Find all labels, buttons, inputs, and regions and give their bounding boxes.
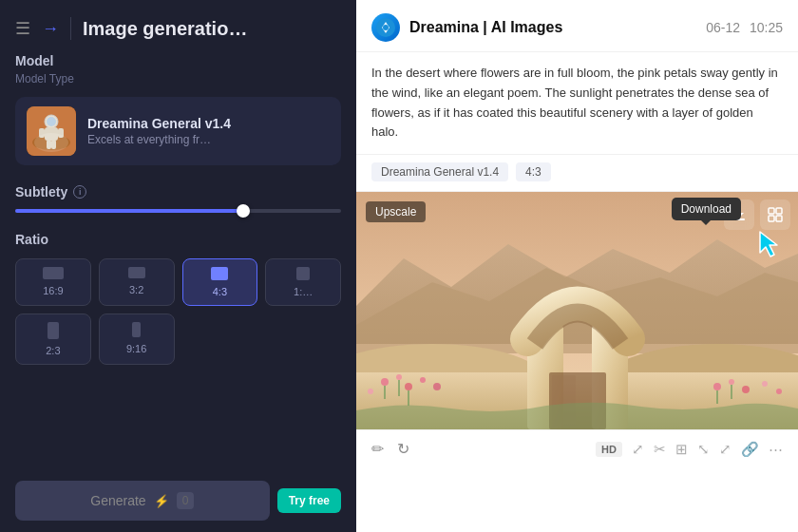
- generate-button[interactable]: Generate ⚡ 0: [15, 481, 270, 521]
- header-time: 10:25: [750, 20, 783, 35]
- image-actions-top: [724, 200, 790, 230]
- ratio-btn-2-3[interactable]: 2:3: [15, 314, 91, 365]
- svg-rect-36: [769, 208, 774, 214]
- image-container: Upscale Download: [356, 192, 798, 429]
- menu-icon[interactable]: ☰: [15, 18, 30, 39]
- svg-point-10: [383, 25, 389, 30]
- dreamina-logo: [376, 18, 395, 37]
- header-divider: [70, 17, 71, 40]
- scissors-icon[interactable]: ✂: [654, 441, 666, 458]
- upscale-button[interactable]: Upscale: [366, 201, 426, 222]
- upscale-icon[interactable]: ⤢: [632, 441, 644, 458]
- app-name: Dreamina | AI Images: [409, 19, 562, 36]
- ratio-text-916: 9:16: [126, 343, 146, 354]
- model-desc: Excels at everything fr…: [87, 133, 330, 146]
- generated-image: Upscale Download: [356, 192, 798, 429]
- panel-title: Image generatio…: [83, 18, 247, 40]
- ratio-btn-3-2[interactable]: 3:2: [99, 258, 175, 306]
- ratio-text-32: 3:2: [129, 284, 143, 295]
- expand-icon: [768, 207, 783, 222]
- expand-button[interactable]: [760, 200, 790, 230]
- subtlety-slider[interactable]: [15, 209, 341, 213]
- model-thumbnail-art: [27, 106, 76, 156]
- meta-tag-model: Dreamina General v1.4: [371, 162, 508, 181]
- download-button[interactable]: [724, 200, 754, 230]
- arrow-icon: →: [42, 19, 59, 39]
- svg-rect-39: [776, 216, 782, 221]
- link-icon[interactable]: 🔗: [741, 441, 759, 458]
- ratio-icon-32: [128, 267, 145, 278]
- svg-rect-5: [39, 128, 45, 138]
- ratio-section: Ratio 16:9 3:2 4:3 1:…: [15, 232, 341, 365]
- ratio-btn-1-1[interactable]: 1:…: [265, 258, 341, 306]
- meta-tags: Dreamina General v1.4 4:3: [356, 155, 798, 192]
- ratio-text-43: 4:3: [213, 286, 227, 297]
- svg-point-3: [47, 117, 56, 126]
- svg-point-21: [405, 383, 412, 390]
- svg-point-27: [742, 386, 750, 393]
- svg-point-26: [729, 379, 734, 385]
- description-text: In the desert where flowers are in full …: [371, 64, 783, 142]
- svg-rect-4: [45, 127, 58, 141]
- ratio-text-169: 16:9: [43, 285, 63, 296]
- model-section-label: Model: [15, 53, 341, 68]
- more-icon[interactable]: ⋯: [769, 441, 783, 458]
- panel-header: ☰ → Image generatio…: [0, 0, 356, 53]
- svg-rect-6: [58, 128, 64, 138]
- left-panel: ☰ → Image generatio… Model Model Type: [0, 0, 356, 532]
- header-date: 06-12: [706, 20, 740, 35]
- ratio-icon-11: [296, 267, 310, 280]
- svg-point-25: [713, 383, 721, 390]
- try-free-badge[interactable]: Try free: [277, 488, 341, 513]
- svg-point-29: [776, 389, 782, 394]
- svg-rect-8: [51, 140, 56, 149]
- svg-point-28: [762, 381, 768, 387]
- toolbar-left: ✏ ↻: [371, 440, 409, 458]
- bottom-toolbar: ✏ ↻ HD ⤢ ✂ ⊞ ⤡ ⤢ 🔗 ⋯: [356, 429, 798, 467]
- subtlety-section: Subtlety i: [15, 184, 341, 213]
- copy-icon[interactable]: ⊞: [675, 441, 688, 458]
- subtlety-header: Subtlety i: [15, 184, 341, 200]
- edit-icon[interactable]: ✏: [371, 440, 384, 458]
- svg-point-24: [433, 383, 441, 390]
- model-thumbnail: [27, 106, 76, 156]
- slider-thumb: [237, 204, 250, 218]
- svg-point-19: [381, 378, 389, 386]
- meta-tag-ratio: 4:3: [516, 162, 551, 181]
- model-name: Dreamina General v1.4: [87, 116, 330, 131]
- svg-point-1: [32, 135, 70, 150]
- panel-content: Model Model Type Dream: [0, 53, 356, 365]
- description-area: In the desert where flowers are in full …: [356, 52, 798, 155]
- ratio-btn-9-16[interactable]: 9:16: [99, 314, 175, 365]
- ratio-label: Ratio: [15, 232, 341, 247]
- ratio-text-11: 1:…: [294, 286, 313, 297]
- subtlety-label: Subtlety: [15, 184, 67, 200]
- ratio-icon-169: [43, 267, 64, 279]
- model-card[interactable]: Dreamina General v1.4 Excels at everythi…: [15, 97, 341, 165]
- svg-rect-37: [776, 208, 782, 214]
- ratio-icon-23: [48, 322, 59, 339]
- generate-bar: Generate ⚡ 0 Try free: [15, 481, 341, 521]
- subtlety-info-icon[interactable]: i: [73, 185, 86, 199]
- ratio-btn-16-9[interactable]: 16:9: [15, 258, 91, 306]
- variations-icon[interactable]: ⤢: [719, 441, 732, 458]
- ratio-icon-916: [132, 322, 141, 337]
- download-icon: [732, 207, 747, 222]
- ratio-text-23: 2:3: [46, 345, 60, 356]
- app-icon: [371, 13, 400, 42]
- model-info: Dreamina General v1.4 Excels at everythi…: [87, 116, 330, 146]
- right-panel: Dreamina | AI Images 06-12 10:25 In the …: [356, 0, 798, 532]
- ratio-btn-4-3[interactable]: 4:3: [182, 258, 258, 306]
- svg-rect-38: [769, 216, 774, 221]
- svg-point-20: [396, 374, 402, 380]
- svg-point-22: [368, 389, 373, 394]
- slider-fill: [15, 209, 243, 213]
- svg-rect-7: [47, 140, 51, 149]
- refresh-icon[interactable]: ↻: [397, 440, 409, 458]
- svg-point-23: [420, 377, 426, 383]
- resize-icon[interactable]: ⤡: [697, 441, 710, 458]
- credit-badge: 0: [177, 492, 195, 509]
- ratio-grid-row1: 16:9 3:2 4:3 1:…: [15, 258, 341, 306]
- svg-rect-35: [733, 218, 745, 220]
- hd-badge: HD: [596, 442, 622, 457]
